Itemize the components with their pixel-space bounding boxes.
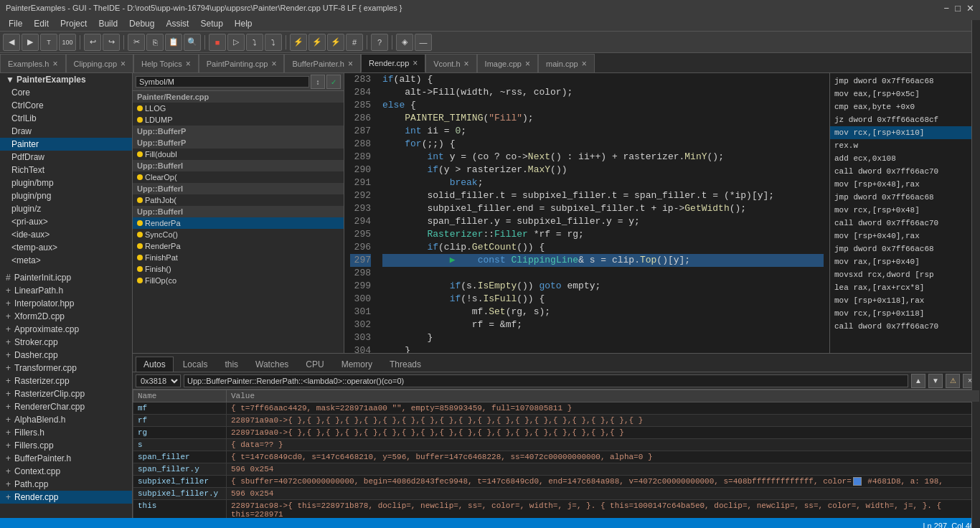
sidebar-item-ide-aux[interactable]: <ide-aux>: [0, 228, 132, 241]
toolbar-extra1[interactable]: ◈: [396, 34, 413, 51]
tab-examples-h[interactable]: Examples.h ×: [0, 54, 66, 72]
sym-clearop[interactable]: ClearOp(: [133, 171, 344, 183]
debug-down-btn[interactable]: ▼: [928, 374, 943, 388]
sym-syncco[interactable]: SyncCo(): [133, 229, 344, 240]
sidebar-item-pluginz[interactable]: plugin/z: [0, 202, 132, 215]
toolbar-paste[interactable]: 📋: [165, 34, 182, 51]
toolbar-cut[interactable]: ✂: [128, 34, 145, 51]
sidebar-item-pluginbmp[interactable]: plugin/bmp: [0, 176, 132, 189]
menu-debug[interactable]: Debug: [123, 17, 160, 30]
close-paintpainting-cpp[interactable]: ×: [271, 59, 276, 69]
toolbar-step2[interactable]: ⤵: [265, 34, 282, 51]
thread-select[interactable]: 0x3818: [136, 374, 181, 387]
close-clipping-cpp[interactable]: ×: [121, 59, 126, 69]
symbol-ok-btn[interactable]: ✓: [326, 75, 341, 89]
sidebar-file-fillersh[interactable]: + Fillers.h: [0, 426, 132, 439]
sidebar-file-alphablend[interactable]: + AlphaBlend.h: [0, 413, 132, 426]
minimize-button[interactable]: −: [944, 3, 950, 14]
sidebar-file-transformer[interactable]: + Transformer.cpp: [0, 362, 132, 374]
toolbar-copy[interactable]: ⎘: [146, 34, 164, 51]
sidebar-file-linearpath[interactable]: + LinearPath.h: [0, 284, 132, 297]
btab-threads[interactable]: Threads: [382, 357, 429, 372]
tab-image-cpp[interactable]: Image.cpp ×: [477, 54, 538, 72]
sidebar-item-painter[interactable]: Painter: [0, 138, 132, 151]
close-examples-h[interactable]: ×: [52, 59, 57, 69]
sidebar-item-pdfdraw[interactable]: PdfDraw: [0, 151, 132, 164]
symbol-filter-input[interactable]: [136, 76, 309, 88]
menu-setup[interactable]: Setup: [194, 17, 228, 30]
sym-pathjob[interactable]: PathJob(: [133, 194, 344, 206]
sym-fillop[interactable]: FillOp(co: [133, 275, 344, 286]
sym-llog[interactable]: LLOG: [133, 103, 344, 114]
tab-clipping-cpp[interactable]: Clipping.cpp ×: [66, 54, 134, 72]
toolbar-find[interactable]: 🔍: [184, 34, 201, 51]
close-main-cpp[interactable]: ×: [582, 59, 587, 69]
close-render-cpp[interactable]: ×: [413, 58, 418, 68]
sidebar-item-painterexamples[interactable]: ▼ PainterExamples: [0, 73, 132, 86]
context-input[interactable]: [184, 374, 908, 387]
sidebar-file-bufferpainter[interactable]: + BufferPainter.h: [0, 452, 132, 465]
close-help-topics[interactable]: ×: [186, 59, 191, 69]
toolbar-run[interactable]: ▷: [227, 34, 245, 51]
btab-autos[interactable]: Autos: [136, 357, 174, 372]
sidebar-item-pri-aux[interactable]: <pri-aux>: [0, 215, 132, 228]
sidebar-file-interpolator[interactable]: + Interpolator.hpp: [0, 297, 132, 310]
sidebar-file-fillerscpp[interactable]: + Fillers.cpp: [0, 439, 132, 452]
sidebar-item-meta[interactable]: <meta>: [0, 254, 132, 267]
sidebar-file-render[interactable]: + Render.cpp: [0, 491, 132, 504]
toolbar-extra2[interactable]: —: [415, 34, 432, 51]
btab-this[interactable]: this: [217, 357, 246, 372]
sym-finish[interactable]: Finish(): [133, 263, 344, 275]
sidebar-file-dasher[interactable]: + Dasher.cpp: [0, 349, 132, 362]
sidebar-file-rasterizerclip[interactable]: + RasterizerClip.cpp: [0, 387, 132, 400]
tab-main-cpp[interactable]: main.cpp ×: [538, 54, 595, 72]
sidebar-file-stroker[interactable]: + Stroker.cpp: [0, 336, 132, 349]
sym-fill[interactable]: Fill(doubl: [133, 148, 344, 160]
symbol-sort-btn[interactable]: ↕: [311, 75, 325, 89]
tab-vcont-h[interactable]: Vcont.h ×: [425, 54, 476, 72]
tab-help-topics[interactable]: Help Topics ×: [133, 54, 199, 72]
sidebar-item-pluginpng[interactable]: plugin/png: [0, 189, 132, 202]
toolbar-redo[interactable]: ↪: [103, 34, 120, 51]
toolbar-stop[interactable]: ■: [209, 34, 226, 51]
menu-assist[interactable]: Assist: [160, 17, 194, 30]
sidebar-item-richtext[interactable]: RichText: [0, 164, 132, 176]
toolbar-debug3[interactable]: ⚡: [327, 34, 344, 51]
sidebar-item-ctrlcore[interactable]: CtrlCore: [0, 99, 132, 112]
toolbar-debug1[interactable]: ⚡: [290, 34, 307, 51]
tab-bufferpainter-h[interactable]: BufferPainter.h ×: [284, 54, 361, 72]
toolbar-fwd[interactable]: ▶: [22, 34, 39, 51]
sidebar-file-context[interactable]: + Context.cpp: [0, 465, 132, 478]
toolbar-step[interactable]: ⤵: [246, 34, 263, 51]
debug-up-btn[interactable]: ▲: [911, 374, 925, 388]
sym-renderpa2[interactable]: RenderPa: [133, 240, 344, 252]
sidebar-item-draw[interactable]: Draw: [0, 125, 132, 138]
sidebar-file-rasterizer[interactable]: + Rasterizer.cpp: [0, 374, 132, 387]
sym-finishpat[interactable]: FinishPat: [133, 252, 344, 263]
close-image-cpp[interactable]: ×: [525, 59, 530, 69]
toolbar-back[interactable]: ◀: [3, 34, 20, 51]
toolbar-100[interactable]: 100: [59, 34, 76, 51]
menu-help[interactable]: Help: [229, 17, 258, 30]
sidebar-file-rendererchar[interactable]: + RendererChar.cpp: [0, 400, 132, 413]
sidebar-file-painterinit[interactable]: # PainterInit.icpp: [0, 271, 132, 284]
close-button[interactable]: ✕: [966, 3, 974, 14]
btab-memory[interactable]: Memory: [334, 357, 380, 372]
btab-cpu[interactable]: CPU: [298, 357, 331, 372]
tab-render-cpp[interactable]: Render.cpp ×: [361, 54, 425, 72]
menu-edit[interactable]: Edit: [28, 17, 55, 30]
sidebar-item-ctrllib[interactable]: CtrlLib: [0, 112, 132, 125]
btab-locals[interactable]: Locals: [175, 357, 216, 372]
toolbar-debug2[interactable]: ⚡: [308, 34, 326, 51]
menu-build[interactable]: Build: [93, 17, 123, 30]
menu-project[interactable]: Project: [55, 17, 93, 30]
sidebar-item-core[interactable]: Core: [0, 86, 132, 99]
code-editor[interactable]: 283 284 285 286 287 288 289 290 291 292 …: [344, 73, 829, 353]
toolbar-hash[interactable]: #: [346, 34, 363, 51]
sym-ldump[interactable]: LDUMP: [133, 114, 344, 126]
toolbar-help[interactable]: ?: [371, 34, 388, 51]
close-bufferpainter-h[interactable]: ×: [348, 59, 353, 69]
sidebar-file-xform2d[interactable]: + Xform2D.cpp: [0, 310, 132, 323]
toolbar-undo[interactable]: ↩: [84, 34, 101, 51]
maximize-button[interactable]: □: [955, 3, 961, 14]
